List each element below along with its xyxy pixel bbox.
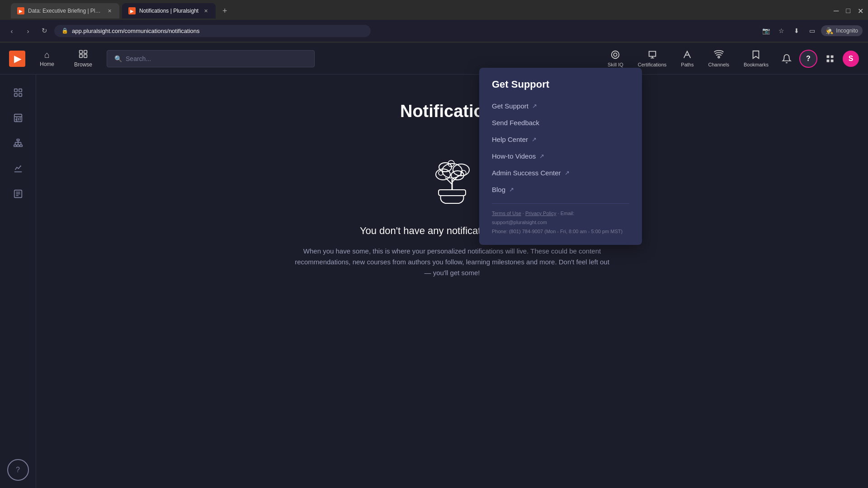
sidebar-help-button[interactable]: ? xyxy=(7,459,29,481)
back-button[interactable]: ‹ xyxy=(5,24,18,37)
support-footer: Terms of Use · Privacy Policy · Email: s… xyxy=(492,209,629,236)
search-bar[interactable]: 🔍 xyxy=(107,50,315,67)
nav-paths[interactable]: Paths xyxy=(675,46,699,71)
admin-success-center-label: Admin Success Center xyxy=(492,169,561,177)
support-item-blog[interactable]: Blog ↗ xyxy=(492,181,629,198)
user-avatar[interactable]: S xyxy=(843,51,859,67)
incognito-label: Incognito xyxy=(836,28,858,34)
empty-illustration xyxy=(420,148,484,207)
tab-favicon-notifications: ▶ xyxy=(128,7,136,14)
svg-rect-11 xyxy=(14,89,17,92)
support-item-help-center[interactable]: Help Center ↗ xyxy=(492,131,629,148)
bookmarks-icon xyxy=(751,50,761,61)
tab-close-notifications[interactable]: ✕ xyxy=(202,7,209,14)
sidebar: ? xyxy=(0,75,36,488)
browser-titlebar: ▶ Data: Executive Briefing | Pluralsi...… xyxy=(0,0,868,20)
svg-point-5 xyxy=(614,53,617,56)
svg-rect-9 xyxy=(827,59,830,62)
tab-close-data[interactable]: ✕ xyxy=(106,7,113,14)
grid-button[interactable] xyxy=(821,50,839,68)
svg-point-42 xyxy=(439,163,452,172)
address-text: app.pluralsight.com/communications/notif… xyxy=(72,28,200,34)
sidebar-item-org[interactable] xyxy=(7,132,29,154)
address-bar[interactable]: 🔒 app.pluralsight.com/communications/not… xyxy=(54,25,371,37)
nav-bookmarks[interactable]: Bookmarks xyxy=(738,46,774,71)
channels-icon xyxy=(714,50,724,61)
nav-certifications[interactable]: Certifications xyxy=(632,46,672,71)
window-controls: ─ □ ✕ xyxy=(834,7,863,15)
incognito-icon: 🕵 xyxy=(826,27,833,34)
support-item-get-support[interactable]: Get Support ↗ xyxy=(492,98,629,114)
terms-link[interactable]: Terms of Use xyxy=(492,211,521,216)
sidebar-item-dashboard[interactable] xyxy=(7,82,29,103)
help-center-label: Help Center xyxy=(492,136,528,143)
nav-home[interactable]: ⌂ Home xyxy=(34,46,60,71)
how-to-videos-external-icon: ↗ xyxy=(539,153,544,160)
get-support-label: Get Support xyxy=(492,102,528,110)
nav-browse[interactable]: Browse xyxy=(69,46,98,71)
cast-icon[interactable]: ▭ xyxy=(806,24,818,37)
sidebar-help-icon: ? xyxy=(16,466,20,474)
email-label: Email: xyxy=(561,211,575,216)
support-item-how-to-videos[interactable]: How-to Videos ↗ xyxy=(492,148,629,164)
main-content: Notifications You don't have any notific… xyxy=(36,75,868,488)
admin-success-center-external-icon: ↗ xyxy=(565,169,570,176)
empty-description: When you have some, this is where your p… xyxy=(294,246,610,278)
svg-rect-8 xyxy=(831,55,834,58)
support-dropdown-title: Get Support xyxy=(492,79,629,90)
svg-rect-21 xyxy=(17,139,19,141)
sidebar-item-analytics[interactable] xyxy=(7,158,29,179)
app-header: ▶ ⌂ Home Browse 🔍 Skill xyxy=(0,43,868,75)
paths-label: Paths xyxy=(681,62,693,67)
svg-rect-24 xyxy=(17,145,19,147)
support-item-send-feedback[interactable]: Send Feedback xyxy=(492,114,629,131)
help-button[interactable]: ? xyxy=(799,50,817,68)
svg-rect-3 xyxy=(84,55,87,58)
minimize-button[interactable]: ─ xyxy=(834,7,839,15)
notifications-button[interactable] xyxy=(778,50,796,68)
support-item-admin-success-center[interactable]: Admin Success Center ↗ xyxy=(492,164,629,181)
support-dropdown: Get Support Get Support ↗ Send Feedback … xyxy=(479,68,642,245)
svg-rect-1 xyxy=(84,51,87,54)
browser-chrome: ▶ Data: Executive Briefing | Pluralsi...… xyxy=(0,0,868,43)
nav-browse-label: Browse xyxy=(74,61,92,68)
header-right: Skill IQ Certifications Paths xyxy=(602,46,859,71)
svg-rect-7 xyxy=(827,55,830,58)
sidebar-item-reports[interactable] xyxy=(7,107,29,129)
skill-iq-label: Skill IQ xyxy=(608,62,623,67)
skill-iq-icon xyxy=(610,50,620,61)
phone-value: (801) 784-9007 xyxy=(509,229,543,234)
svg-point-31 xyxy=(20,165,21,167)
pluralsight-logo[interactable]: ▶ xyxy=(9,51,25,67)
forward-button[interactable]: › xyxy=(22,24,34,37)
star-icon[interactable]: ☆ xyxy=(775,24,788,37)
nav-skill-iq[interactable]: Skill IQ xyxy=(602,46,629,71)
svg-rect-22 xyxy=(14,145,16,147)
sidebar-item-list[interactable] xyxy=(7,183,29,205)
tab-favicon-data: ▶ xyxy=(17,7,24,14)
nav-home-label: Home xyxy=(40,61,54,67)
certifications-label: Certifications xyxy=(638,62,667,67)
privacy-link[interactable]: Privacy Policy xyxy=(525,211,556,216)
help-icon: ? xyxy=(806,55,811,63)
support-divider xyxy=(492,203,629,204)
browser-toolbar: ‹ › ↻ 🔒 app.pluralsight.com/communicatio… xyxy=(0,20,868,42)
search-icon: 🔍 xyxy=(114,55,122,62)
tab-notifications[interactable]: ▶ Notifications | Pluralsight ✕ xyxy=(122,3,216,19)
search-input[interactable] xyxy=(126,55,307,62)
download-icon[interactable]: ⬇ xyxy=(790,24,803,37)
email-value: support@pluralsight.com xyxy=(492,220,547,225)
svg-rect-10 xyxy=(831,59,834,62)
certifications-icon xyxy=(647,50,657,61)
maximize-button[interactable]: □ xyxy=(846,7,850,15)
close-button[interactable]: ✕ xyxy=(858,7,863,15)
channels-label: Channels xyxy=(708,62,729,67)
new-tab-button[interactable]: + xyxy=(218,5,231,17)
send-feedback-label: Send Feedback xyxy=(492,119,539,127)
nav-channels[interactable]: Channels xyxy=(703,46,734,71)
camera-off-icon[interactable]: 📷 xyxy=(760,24,772,37)
svg-rect-13 xyxy=(14,94,17,96)
svg-rect-12 xyxy=(19,89,21,92)
tab-data[interactable]: ▶ Data: Executive Briefing | Pluralsi...… xyxy=(11,3,119,19)
refresh-button[interactable]: ↻ xyxy=(38,24,51,37)
